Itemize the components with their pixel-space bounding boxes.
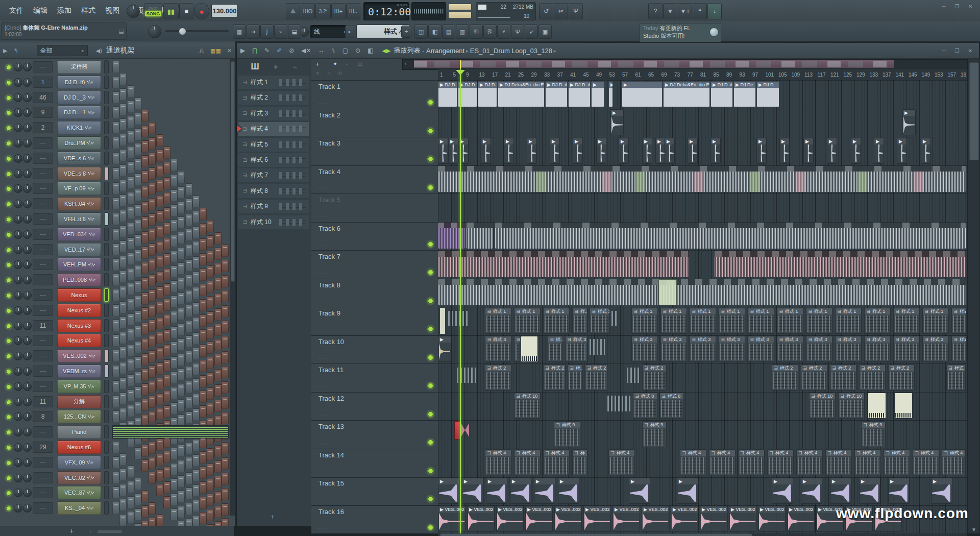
corner-check-icon[interactable]: ✓ bbox=[327, 70, 331, 76]
step-cell[interactable] bbox=[112, 182, 119, 194]
channel-selector[interactable] bbox=[104, 197, 109, 210]
clip-reverse-crash[interactable]: ▶ bbox=[486, 478, 507, 504]
pattern-item[interactable]: ヨ样式 4 bbox=[238, 122, 309, 136]
channel-mute-led[interactable] bbox=[6, 415, 11, 420]
channel-pan-knob[interactable] bbox=[14, 78, 22, 87]
channel-mute-led[interactable] bbox=[6, 186, 11, 191]
channel-button[interactable]: Piano bbox=[57, 425, 101, 438]
stop-button[interactable]: ■ bbox=[179, 3, 193, 19]
channel-mute-led[interactable] bbox=[6, 400, 11, 405]
send-to-icon[interactable]: ➜ bbox=[247, 25, 260, 39]
clip-pattern[interactable]: ヨ 样式 4 bbox=[709, 449, 736, 475]
clip-pattern[interactable]: ヨ 样式 9 bbox=[642, 421, 667, 447]
clip-audio[interactable]: ▶ DJ Deka&En..dio Edit) bbox=[663, 81, 710, 107]
swing-icon[interactable]: ʃ bbox=[260, 25, 274, 39]
channel-pan-knob[interactable] bbox=[14, 93, 22, 102]
channel-mute-led[interactable] bbox=[6, 491, 11, 496]
clip-pattern[interactable]: ヨ 样式 3 bbox=[631, 336, 658, 362]
channel-mute-led[interactable] bbox=[6, 506, 11, 511]
clip-pattern[interactable]: ヨ 样式 1 bbox=[777, 308, 803, 334]
channel-selector[interactable] bbox=[104, 106, 109, 119]
channel-button[interactable]: VEH..PM bbox=[57, 258, 101, 271]
metronome-icon[interactable]: ⟁ bbox=[286, 3, 300, 19]
channel-pan-knob[interactable] bbox=[14, 184, 22, 193]
save-new-version-icon[interactable]: ▼+ bbox=[678, 3, 692, 19]
clip-pattern[interactable]: ヨ 样式 2 bbox=[888, 364, 915, 391]
clip-pattern[interactable]: ヨ 样式 1 bbox=[660, 308, 687, 334]
step-cell[interactable] bbox=[119, 514, 127, 526]
channel-button[interactable]: Nexus #6 bbox=[57, 441, 101, 454]
step-cell[interactable] bbox=[112, 152, 119, 164]
clip-mini-pattern[interactable] bbox=[590, 339, 605, 355]
playlist-selection[interactable]: ES_01_Drum Loop_03_128 bbox=[470, 47, 552, 55]
clip-pattern[interactable]: ヨ 样式 4 bbox=[884, 449, 910, 475]
clip-hit[interactable]: ▶ bbox=[803, 138, 814, 164]
clip-pattern[interactable]: ヨ 样式 4 bbox=[854, 449, 881, 475]
channel-mute-led[interactable] bbox=[6, 278, 11, 283]
piano-roll-preview[interactable] bbox=[112, 425, 229, 438]
channel-button[interactable]: VEC..87 bbox=[57, 486, 101, 499]
channel-mute-led[interactable] bbox=[6, 324, 11, 329]
channel-volume-knob[interactable] bbox=[23, 291, 32, 300]
channel-pan-knob[interactable] bbox=[14, 336, 22, 345]
clip-pattern[interactable]: ヨ 样式 4 bbox=[738, 449, 765, 475]
channel-selector[interactable] bbox=[104, 182, 109, 195]
clip-pattern[interactable]: ヨ 样式 3 bbox=[690, 336, 716, 362]
clip-audio[interactable]: ▶ DJ De..it) bbox=[733, 81, 756, 107]
clip-sample[interactable] bbox=[894, 393, 913, 419]
clip-reverse-crash[interactable]: ▶ bbox=[859, 478, 880, 504]
menu-添加[interactable]: 添加 bbox=[57, 6, 71, 15]
clip-hit[interactable]: ▶ bbox=[851, 138, 861, 164]
snap-arrow-button[interactable]: ▸ bbox=[345, 25, 354, 38]
channel-target-display[interactable]: 11 bbox=[33, 320, 53, 331]
channel-target-display[interactable]: 1 bbox=[33, 77, 53, 88]
mic-icon[interactable]: Ψ bbox=[569, 3, 583, 19]
pattern-item[interactable]: ヨ样式 6 bbox=[238, 153, 309, 167]
clip-audio[interactable]: ▶ DJ D.._1 bbox=[756, 81, 779, 107]
track-options[interactable]: .... bbox=[318, 270, 328, 275]
channel-target-display[interactable]: --- bbox=[33, 168, 53, 179]
browser-icon[interactable]: ⎗ bbox=[470, 25, 483, 39]
channel-target-display[interactable]: 29 bbox=[33, 442, 53, 453]
channel-pan-knob[interactable] bbox=[14, 489, 22, 497]
channel-selector[interactable] bbox=[104, 273, 109, 286]
clip-pattern[interactable]: ヨ 样式 3 bbox=[748, 336, 774, 362]
clip-pattern[interactable]: ヨ 样式 9 bbox=[554, 421, 580, 447]
pencil-icon[interactable]: ✎ bbox=[264, 47, 270, 54]
picker-tab-audio[interactable]: ✦ bbox=[273, 62, 279, 72]
slip-tool-icon[interactable]: ↔ bbox=[318, 47, 325, 54]
channel-selector[interactable] bbox=[104, 76, 109, 89]
clip-pattern[interactable]: ヨ 样式 1 bbox=[631, 308, 658, 334]
channel-target-display[interactable]: --- bbox=[33, 244, 53, 255]
track-mute-led[interactable] bbox=[428, 156, 433, 162]
channel-volume-knob[interactable] bbox=[23, 154, 32, 163]
channel-selector[interactable] bbox=[104, 471, 109, 484]
play-tool-icon[interactable]: ▶ bbox=[240, 47, 245, 54]
track-options[interactable]: .... bbox=[318, 383, 328, 388]
clip-pattern[interactable]: ヨ 样..2 bbox=[568, 364, 583, 391]
playlist-maximize-button[interactable]: ❐ bbox=[951, 47, 963, 54]
clip-decay[interactable]: ▶ VES..002 bbox=[496, 506, 524, 532]
step-cell[interactable] bbox=[112, 198, 119, 210]
channel-volume-knob[interactable] bbox=[23, 276, 32, 284]
channel-target-display[interactable]: --- bbox=[33, 259, 53, 270]
channel-selector[interactable] bbox=[104, 288, 109, 302]
channel-button[interactable]: VFH..it 6 bbox=[57, 212, 101, 226]
track-mute-led[interactable] bbox=[428, 185, 433, 190]
step-cell[interactable] bbox=[112, 167, 119, 180]
channel-pan-knob[interactable] bbox=[14, 108, 22, 117]
clip-pattern[interactable]: ヨ 样式 2 bbox=[801, 364, 827, 391]
step-cell[interactable] bbox=[112, 441, 119, 453]
channel-mute-led[interactable] bbox=[6, 384, 11, 389]
shuffle-slider-handle[interactable] bbox=[179, 28, 186, 35]
channel-button[interactable]: VES..002 bbox=[57, 349, 101, 362]
clip-pattern[interactable]: ヨ 样式 3 bbox=[719, 336, 745, 362]
channel-selector[interactable] bbox=[104, 91, 109, 104]
step-cell[interactable] bbox=[112, 502, 119, 514]
channel-mute-led[interactable] bbox=[6, 217, 11, 222]
clip-pattern[interactable]: ヨ 样式 2 bbox=[859, 364, 886, 391]
channel-selector[interactable] bbox=[104, 380, 109, 393]
channel-mute-led[interactable] bbox=[6, 65, 11, 70]
channel-selector[interactable] bbox=[104, 167, 109, 180]
mute-tool-icon[interactable]: ◀✕ bbox=[301, 47, 311, 54]
